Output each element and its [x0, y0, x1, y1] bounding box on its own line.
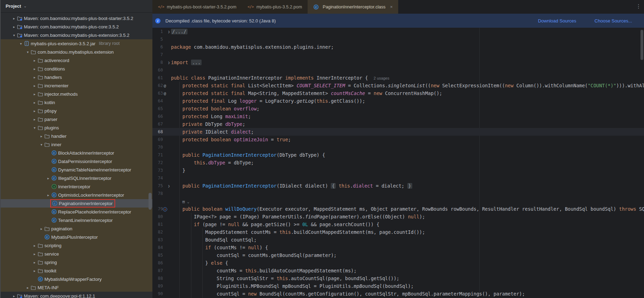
code-line-89[interactable]: 89 PluginUtils.MPBoundSql mpBoundSql = P… [152, 282, 644, 290]
download-sources-link[interactable]: Download Sources [538, 18, 576, 23]
code-line-85[interactable]: 85 countSql = countMs.getBoundSql(parame… [152, 251, 644, 259]
editor[interactable]: 1❯/.../56package com.baomidou.mybatisplu… [152, 28, 644, 298]
code-line-70[interactable]: 70 [152, 143, 644, 151]
chevron-right-icon[interactable]: ▸ [32, 75, 38, 79]
chevron-right-icon[interactable]: ▸ [32, 59, 38, 62]
annotation-gutter-icon[interactable]: @ [163, 91, 167, 96]
code-line-82[interactable]: 82 MappedStatement countMs = this.buildC… [152, 228, 644, 236]
chevron-right-icon[interactable]: ▸ [32, 109, 38, 113]
chevron-right-icon[interactable]: ▸ [32, 252, 38, 256]
tree-item-paginationinnerinterceptor[interactable]: CPaginationInnerInterceptor [1, 199, 152, 208]
tree-item-kotlin[interactable]: ▸kotlin [1, 98, 152, 107]
overriding-method-gutter-icon[interactable]: ↑ [163, 207, 167, 211]
chevron-right-icon[interactable]: ▸ [32, 260, 38, 264]
fold-arrow-icon[interactable]: ❯ [167, 30, 171, 34]
tree-item-scripting[interactable]: ▸scripting [1, 241, 152, 250]
tree-item-meta-inf[interactable]: ▸META-INF [1, 283, 152, 292]
tree-item-conditions[interactable]: ▸conditions [1, 65, 152, 73]
tree-item-innerinterceptor[interactable]: IInnerInterceptor [1, 182, 152, 191]
fold-arrow-icon[interactable]: ❯ [167, 184, 171, 188]
code-vision-inlay-line[interactable]: ▤ ⌄ [152, 197, 644, 205]
chevron-right-icon[interactable]: ▸ [11, 25, 17, 29]
chevron-down-icon[interactable]: ▾ [32, 126, 38, 130]
tree-item-toolkit[interactable]: ▸toolkit [1, 266, 152, 275]
close-icon[interactable]: × [390, 4, 393, 9]
chevron-right-icon[interactable]: ▸ [46, 193, 51, 197]
annotation-gutter-icon[interactable]: @ [163, 83, 167, 88]
code-line-66[interactable]: 66 protected Long maxLimit; [152, 113, 644, 120]
chevron-right-icon[interactable]: ▸ [32, 244, 38, 248]
code-line-78[interactable]: 78 [152, 190, 644, 197]
tree-item-mybatismapwrapperfactory[interactable]: CMybatisMapWrapperFactory [1, 275, 152, 283]
chevron-right-icon[interactable]: ▸ [32, 269, 38, 273]
code-line-65[interactable]: 65 protected boolean overflow; [152, 105, 644, 113]
chevron-right-icon[interactable]: ▸ [39, 227, 44, 231]
code-line-84[interactable]: 84 if (countMs != null) { [152, 244, 644, 251]
tree-item-mybatisplusinterceptor[interactable]: CMybatisPlusInterceptor [1, 233, 152, 241]
tree-item-tenantlineinnerinterceptor[interactable]: CTenantLineInnerInterceptor [1, 216, 152, 224]
tree-item-maven-com-baomidou-mybatis-plus-core-3-5-2[interactable]: ▸Maven: com.baomidou:mybatis-plus-core:3… [1, 22, 152, 31]
code-line-62[interactable]: 62@ protected static final List<SelectIt… [152, 82, 644, 89]
code-line-73[interactable]: 73 } [152, 167, 644, 174]
project-scrollbar-thumb[interactable] [149, 193, 152, 210]
tree-item-mybatis-plus-extension-3-5-2-jar[interactable]: ▾mybatis-plus-extension-3.5.2.jarlibrary… [1, 39, 152, 48]
chevron-right-icon[interactable]: ▸ [32, 84, 38, 88]
tab-pagination-inner-interceptor-class[interactable]: C PaginationInnerInterceptor.class × [308, 0, 398, 14]
tree-item-injector-methods[interactable]: ▸injector.methods [1, 90, 152, 98]
tree-item-plugins[interactable]: ▾plugins [1, 123, 152, 132]
chevron-right-icon[interactable]: ▸ [39, 134, 44, 138]
tree-item-service[interactable]: ▸service [1, 250, 152, 258]
code-line-74[interactable]: 74 [152, 174, 644, 182]
chevron-right-icon[interactable]: ▸ [11, 16, 17, 20]
code-line-5[interactable]: 5 [152, 35, 644, 43]
chevron-down-icon[interactable]: ▾ [18, 42, 24, 46]
chevron-right-icon[interactable]: ▸ [25, 286, 31, 290]
code-line-64[interactable]: 64 protected final Log logger = LogFacto… [152, 97, 644, 105]
code-line-71[interactable]: 71 public PaginationInnerInterceptor(DbT… [152, 151, 644, 159]
tree-item-com-baomidou-mybatisplus-extension[interactable]: ▾com.baomidou.mybatisplus.extension [1, 48, 152, 56]
chevron-right-icon[interactable]: ▸ [32, 67, 38, 71]
chevron-down-icon[interactable]: ▾ [25, 50, 31, 54]
code-line-69[interactable]: 69 protected boolean optimizeJoin = true… [152, 136, 644, 143]
code-line-81[interactable]: 81 if (page != null && page.getSize() >=… [152, 221, 644, 228]
chevron-right-icon[interactable]: ▸ [11, 294, 17, 298]
code-line-87[interactable]: 87 countMs = this.buildAutoCountMappedSt… [152, 267, 644, 275]
tree-item-inner[interactable]: ▾inner [1, 140, 152, 149]
code-line-6[interactable]: 6package com.baomidou.mybatisplus.extens… [152, 43, 644, 51]
tree-item-pagination[interactable]: ▸pagination [1, 224, 152, 233]
code-line-75[interactable]: 75❯ public PaginationInnerInterceptor(ID… [152, 182, 644, 190]
tree-item-replaceplaceholderinnerinterceptor[interactable]: CReplacePlaceholderInnerInterceptor [1, 208, 152, 216]
tree-item-maven-com-baomidou-mybatis-plus-extension-3-5-2[interactable]: ▾Maven: com.baomidou:mybatis-plus-extens… [1, 31, 152, 39]
chevron-right-icon[interactable]: ▸ [32, 117, 38, 121]
code-line-60[interactable]: 60 [152, 66, 644, 74]
tree-item-blockattackinnerinterceptor[interactable]: CBlockAttackInnerInterceptor [1, 149, 152, 157]
tree-item-illegalsqlinnerinterceptor[interactable]: ▸CIllegalSQLInnerInterceptor [1, 174, 152, 182]
tree-item-optimisticlockerinnerinterceptor[interactable]: ▸COptimisticLockerInnerInterceptor [1, 191, 152, 199]
tab-list-menu-icon[interactable]: ⋮ [636, 3, 641, 9]
code-line-7[interactable]: 7 [152, 51, 644, 59]
tree-item-spring[interactable]: ▸spring [1, 258, 152, 266]
chevron-down-icon[interactable]: ▾ [39, 143, 44, 147]
code-line-72[interactable]: 72 this.dbType = dbType; [152, 159, 644, 167]
tree-item-parser[interactable]: ▸parser [1, 115, 152, 123]
tree-item-handler[interactable]: ▸handler [1, 132, 152, 140]
code-line-68[interactable]: 68 private IDialect dialect; [152, 128, 644, 136]
fold-arrow-icon[interactable]: ❯ [167, 61, 171, 65]
editor-scrollbar-thumb[interactable] [640, 30, 643, 60]
tree-item-activerecord[interactable]: ▸activerecord [1, 56, 152, 65]
code-line-8[interactable]: 8❯import ... [152, 59, 644, 66]
tree-item-incrementer[interactable]: ▸incrementer [1, 81, 152, 90]
project-panel-header[interactable]: Project ⌄ [1, 0, 152, 13]
tree-item-datapermissioninterceptor[interactable]: CDataPermissionInterceptor [1, 157, 152, 165]
code-line-61[interactable]: 61public class PaginationInnerIntercepto… [152, 74, 644, 82]
chevron-down-icon[interactable]: ▾ [11, 33, 17, 37]
code-line-88[interactable]: 88 String countSqlStr = this.autoCountSq… [152, 275, 644, 282]
tree-item-p6spy[interactable]: ▸p6spy [1, 107, 152, 115]
chevron-right-icon[interactable]: ▸ [46, 176, 51, 180]
tab-mybatis-plus-boot-starter-pom[interactable]: </> mybatis-plus-boot-starter-3.5.2.pom [152, 0, 242, 14]
choose-sources-link[interactable]: Choose Sources... [594, 18, 632, 23]
chevron-right-icon[interactable]: ▸ [32, 92, 38, 96]
code-line-1[interactable]: 1❯/.../ [152, 28, 644, 35]
tree-item-handlers[interactable]: ▸handlers [1, 73, 152, 81]
tab-mybatis-plus-pom[interactable]: </> mybatis-plus-3.5.2.pom [242, 0, 308, 14]
